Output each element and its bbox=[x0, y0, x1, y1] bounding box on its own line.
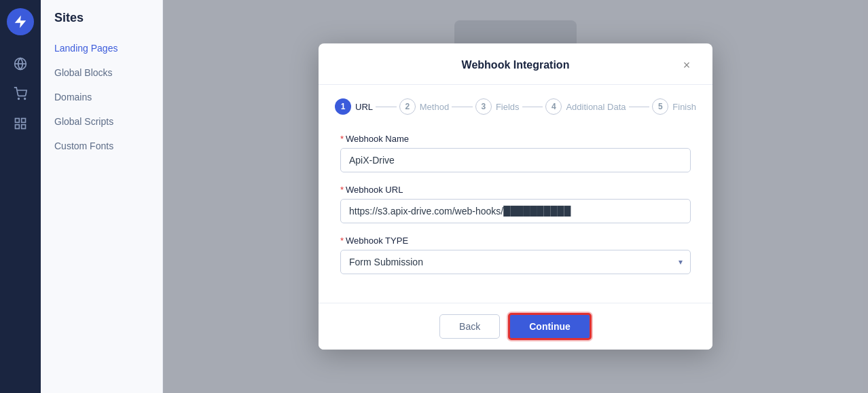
nav-item-domains[interactable]: Domains bbox=[41, 85, 162, 109]
step-1: 1 URL bbox=[335, 98, 373, 115]
app-logo[interactable] bbox=[7, 8, 34, 35]
nav-panel: Sites Landing Pages Global Blocks Domain… bbox=[41, 0, 163, 393]
webhook-name-input[interactable] bbox=[340, 148, 691, 172]
webhook-name-label: * Webhook Name bbox=[340, 134, 691, 144]
nav-item-custom-fonts[interactable]: Custom Fonts bbox=[41, 134, 162, 158]
modal-overlay: Webhook Integration × 1 URL 2 Method 3 F… bbox=[163, 0, 868, 393]
step-3: 3 Fields bbox=[475, 98, 520, 115]
step-connector-2 bbox=[452, 107, 473, 107]
svg-point-2 bbox=[18, 98, 20, 100]
nav-title: Sites bbox=[41, 11, 162, 36]
step-connector-1 bbox=[376, 107, 397, 107]
cart-icon[interactable] bbox=[8, 81, 33, 106]
modal-body: * Webhook Name * Webhook URL * bbox=[319, 126, 712, 303]
sidebar-left bbox=[0, 0, 41, 393]
step-3-circle: 3 bbox=[475, 98, 492, 115]
step-2: 2 Method bbox=[399, 98, 449, 115]
nav-item-global-scripts[interactable]: Global Scripts bbox=[41, 109, 162, 134]
step-connector-3 bbox=[522, 107, 543, 107]
step-4: 4 Additional Data bbox=[545, 98, 626, 115]
webhook-url-field-group: * Webhook URL bbox=[340, 185, 691, 223]
svg-rect-4 bbox=[16, 119, 20, 123]
step-4-label: Additional Data bbox=[566, 102, 626, 112]
step-1-circle: 1 bbox=[335, 98, 351, 115]
webhook-type-label: * Webhook TYPE bbox=[340, 236, 691, 246]
back-button[interactable]: Back bbox=[439, 314, 500, 339]
step-5-circle: 5 bbox=[652, 98, 668, 115]
webhook-type-field-group: * Webhook TYPE Form Submission Page Visi… bbox=[340, 236, 691, 274]
modal-header: Webhook Integration × bbox=[319, 43, 712, 85]
step-4-circle: 4 bbox=[545, 98, 562, 115]
stepper: 1 URL 2 Method 3 Fields 4 Additional Dat… bbox=[319, 85, 712, 126]
globe-icon[interactable] bbox=[8, 52, 33, 76]
webhook-url-label: * Webhook URL bbox=[340, 185, 691, 195]
svg-rect-7 bbox=[22, 125, 26, 129]
nav-item-landing-pages[interactable]: Landing Pages bbox=[41, 36, 162, 60]
modal-footer: Back Continue bbox=[319, 303, 712, 350]
step-1-label: URL bbox=[355, 102, 373, 112]
webhook-type-select-wrapper: Form Submission Page Visit Button Click … bbox=[340, 250, 691, 274]
step-2-circle: 2 bbox=[399, 98, 416, 115]
continue-button[interactable]: Continue bbox=[508, 313, 592, 340]
modal-close-button[interactable]: × bbox=[677, 56, 696, 75]
step-connector-4 bbox=[629, 107, 650, 107]
svg-point-3 bbox=[24, 98, 26, 100]
grid-icon[interactable] bbox=[8, 111, 33, 136]
webhook-url-input[interactable] bbox=[340, 199, 691, 223]
webhook-name-field-group: * Webhook Name bbox=[340, 134, 691, 172]
svg-rect-5 bbox=[22, 119, 26, 123]
step-2-label: Method bbox=[420, 102, 449, 112]
modal-title: Webhook Integration bbox=[354, 59, 677, 71]
nav-item-global-blocks[interactable]: Global Blocks bbox=[41, 60, 162, 85]
step-5-label: Finish bbox=[672, 102, 696, 112]
svg-rect-6 bbox=[16, 125, 20, 129]
step-3-label: Fields bbox=[496, 102, 520, 112]
webhook-type-select[interactable]: Form Submission Page Visit Button Click bbox=[340, 250, 691, 274]
step-5: 5 Finish bbox=[652, 98, 696, 115]
webhook-integration-modal: Webhook Integration × 1 URL 2 Method 3 F… bbox=[319, 43, 712, 350]
main-content: Webhook Integration × 1 URL 2 Method 3 F… bbox=[163, 0, 868, 393]
